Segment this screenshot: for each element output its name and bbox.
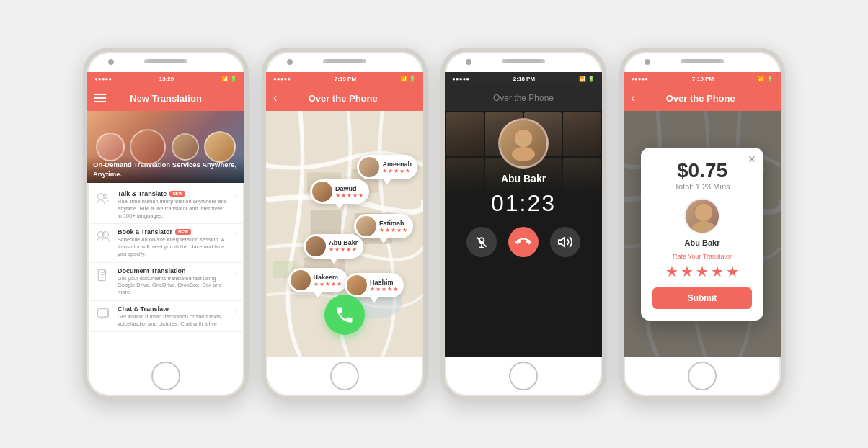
star-3[interactable]: ★: [696, 263, 709, 280]
stars-abubakr: ★★★★★: [329, 246, 358, 253]
price-display: $0.75: [652, 159, 752, 182]
call-button-2[interactable]: [324, 295, 365, 335]
phone-icon: [335, 305, 355, 325]
chat-arrow: ›: [235, 307, 237, 315]
chat-title: Chat & Translate: [118, 305, 229, 313]
star-5[interactable]: ★: [726, 263, 739, 280]
map-header-2: ‹ Over the Phone: [266, 85, 423, 111]
status-time-3: 2:18 PM: [513, 76, 535, 82]
status-bar-1: ●●●●● 13:29 📶 🔋: [87, 72, 244, 85]
hero-image-1: On-Demand Translation Services Anywhere,…: [87, 111, 244, 183]
map-title-4: Over the Phone: [640, 93, 761, 104]
talk-title: Talk & Translate NEW: [118, 190, 229, 197]
svg-marker-19: [559, 238, 564, 247]
pin-arrow-dawud: [335, 203, 344, 209]
menu-list-1: Talk & Translate NEW Real time human int…: [87, 183, 244, 357]
call-screen-header: Over the Phone: [445, 85, 602, 111]
phone-camera-1: [108, 59, 114, 65]
pin-arrow-ameenah: [383, 179, 391, 184]
svg-point-16: [515, 130, 532, 147]
phone-camera-2: [287, 59, 293, 65]
talk-badge: NEW: [169, 191, 185, 197]
doc-title: Document Translation: [118, 267, 229, 274]
talk-icon: [94, 190, 112, 207]
speaker-button[interactable]: [550, 227, 580, 257]
menu-item-book[interactable]: Book a Translator NEW Schedule an on-sit…: [87, 224, 244, 262]
menu-item-doc[interactable]: Document Translation Get your documents …: [87, 263, 244, 301]
pin-abubakr[interactable]: Abu Bakr ★★★★★: [304, 234, 363, 264]
pin-arrow-abubakr: [329, 258, 338, 264]
svg-point-15: [512, 147, 535, 161]
header-1: New Translation: [87, 85, 244, 111]
header-title-1: New Translation: [130, 93, 202, 104]
stars-fatimah: ★★★★★: [379, 227, 407, 233]
back-button-2[interactable]: ‹: [273, 91, 277, 104]
menu-content-chat: Chat & Translate Get instant human trans…: [118, 305, 229, 328]
stars-hakeem: ★★★★★: [314, 281, 342, 287]
status-time-2: 7:19 PM: [335, 76, 356, 82]
end-call-button[interactable]: [508, 227, 539, 257]
pin-arrow-hashim: [370, 297, 378, 303]
stars-ameenah: ★★★★★: [382, 168, 412, 174]
svg-point-1: [104, 194, 107, 198]
status-icons-1: 📶 🔋: [221, 76, 237, 82]
book-desc: Schedule an on-site interpretation sessi…: [118, 236, 229, 257]
status-dots-1: ●●●●●: [94, 76, 112, 82]
pin-arrow-fatimah: [379, 238, 388, 243]
pin-arrow-hakeem: [314, 292, 322, 297]
caller-name: Abu Bakr: [501, 173, 546, 184]
pin-hakeem[interactable]: Hakeem ★★★★★: [288, 268, 347, 297]
hamburger-icon[interactable]: [94, 94, 106, 102]
submit-button[interactable]: Submit: [652, 287, 752, 309]
map-header-4: ‹ Over the Phone: [624, 85, 781, 111]
pin-dawud[interactable]: Dawud ★★★★★: [310, 179, 369, 209]
doc-arrow: ›: [235, 269, 237, 277]
phone-1: ●●●●● 13:29 📶 🔋 New Translation On-Deman…: [83, 48, 249, 400]
call-screen-title: Over the Phone: [493, 93, 554, 103]
status-time-4: 7:19 PM: [692, 76, 714, 82]
phone-speaker-1: [148, 59, 184, 63]
rating-modal: ✕ $0.75 Total: 1.23 Mins Abu Bakr Rate Y…: [641, 148, 763, 321]
speaker-icon: [557, 234, 573, 250]
call-timer: 01:23: [491, 190, 556, 217]
book-arrow: ›: [235, 230, 237, 238]
call-screen-3: Abu Bakr 01:23: [445, 111, 602, 357]
map-area-2: Ameenah ★★★★★ Dawud: [266, 111, 423, 357]
star-4[interactable]: ★: [711, 263, 724, 280]
menu-content-talk: Talk & Translate NEW Real time human int…: [118, 190, 229, 219]
mute-button[interactable]: [466, 227, 497, 257]
phone-3: ●●●●● 2:18 PM 📶 🔋 Over the Phone: [440, 48, 606, 400]
rating-modal-overlay: ✕ $0.75 Total: 1.23 Mins Abu Bakr Rate Y…: [624, 111, 781, 357]
map-title-2: Over the Phone: [283, 93, 403, 104]
map-area-4: Ameenah★★★★★ ✕ $0.75 Total: 1.23 Mins: [624, 111, 781, 357]
screen-1: ●●●●● 13:29 📶 🔋 New Translation On-Deman…: [87, 72, 244, 357]
screen-3: ●●●●● 2:18 PM 📶 🔋 Over the Phone: [445, 72, 602, 357]
modal-caller-name: Abu Bakr: [652, 238, 752, 247]
caller-avatar: [498, 118, 549, 169]
menu-item-talk[interactable]: Talk & Translate NEW Real time human int…: [87, 186, 244, 224]
modal-avatar-face: [686, 200, 720, 234]
svg-point-0: [98, 194, 104, 200]
status-bar-3: ●●●●● 2:18 PM 📶 🔋: [445, 72, 602, 85]
mute-icon: [474, 235, 489, 249]
phone-speaker-3: [505, 59, 541, 63]
screen-4: ●●●●● 7:19 PM 📶 🔋 ‹ Over the Phone: [624, 72, 781, 357]
modal-avatar: [684, 198, 720, 234]
book-icon: [94, 228, 112, 246]
call-controls: [466, 227, 580, 257]
doc-desc: Get your documents translated fast using…: [118, 275, 229, 296]
back-button-4[interactable]: ‹: [631, 91, 634, 104]
modal-close-button[interactable]: ✕: [748, 153, 756, 165]
star-2[interactable]: ★: [681, 263, 694, 280]
menu-content-doc: Document Translation Get your documents …: [118, 267, 229, 296]
phone-2: ●●●●● 7:19 PM 📶 🔋 ‹ Over the Phone: [262, 48, 428, 400]
status-bar-4: ●●●●● 7:19 PM 📶 🔋: [624, 72, 781, 85]
stars-dawud: ★★★★★: [335, 192, 363, 199]
menu-content-book: Book a Translator NEW Schedule an on-sit…: [118, 228, 229, 257]
book-badge: NEW: [175, 229, 191, 235]
rating-stars[interactable]: ★ ★ ★ ★ ★: [652, 263, 752, 280]
scene: ●●●●● 13:29 📶 🔋 New Translation On-Deman…: [68, 26, 800, 422]
menu-item-chat[interactable]: Chat & Translate Get instant human trans…: [87, 301, 244, 333]
star-1[interactable]: ★: [665, 263, 678, 280]
chat-desc: Get instant human translation of short t…: [118, 313, 229, 328]
